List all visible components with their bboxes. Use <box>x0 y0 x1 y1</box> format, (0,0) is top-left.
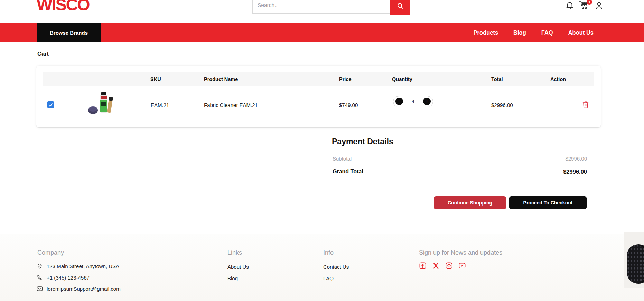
column-header-action: Action <box>550 72 566 86</box>
column-header-name: Product Name <box>204 72 238 86</box>
footer-address-text: 123 Main Street, Anytown, USA <box>47 263 119 269</box>
footer-company-title: Company <box>37 249 64 256</box>
x-icon[interactable] <box>432 262 439 269</box>
item-total: $2996.00 <box>491 102 513 108</box>
trash-icon[interactable] <box>582 101 589 109</box>
footer-links-title: Links <box>227 249 242 256</box>
nav-link-about[interactable]: About Us <box>568 29 594 36</box>
product-image <box>87 91 118 116</box>
footer-link-about[interactable]: About Us <box>227 264 249 270</box>
quantity-stepper: − 4 + <box>393 96 433 107</box>
grand-total-row: Grand Total $2996.00 <box>333 168 587 175</box>
footer-email-text: loremipsumSupport@gmail.com <box>47 286 121 292</box>
page-title: Cart <box>37 51 49 57</box>
item-checkbox[interactable] <box>47 101 54 108</box>
item-price: $749.00 <box>339 102 358 108</box>
cart-count-badge: 1 <box>587 0 592 5</box>
column-header-quantity: Quantity <box>392 72 412 86</box>
continue-shopping-button[interactable]: Continue Shopping <box>434 196 506 209</box>
footer-link-blog[interactable]: Blog <box>227 275 238 281</box>
footer-address: 123 Main Street, Anytown, USA <box>37 263 119 269</box>
footer-link-faq[interactable]: FAQ <box>323 275 334 281</box>
column-header-sku: SKU <box>150 72 161 86</box>
subtotal-value: $2996.00 <box>565 156 587 162</box>
social-icons <box>419 262 466 269</box>
check-icon <box>48 102 53 107</box>
footer-link-contact[interactable]: Contact Us <box>323 264 349 270</box>
subtotal-row: Subtotal $2996.00 <box>333 156 587 162</box>
newsletter-title: Sign up for News and updates <box>419 249 502 256</box>
cart-page: WISCO 1 Browse Brands Products Blog FAQ <box>0 0 644 301</box>
payment-details-title: Payment Details <box>332 137 393 146</box>
footer-phone: +1 (345) 123-4567 <box>37 274 90 281</box>
youtube-icon[interactable] <box>459 262 466 269</box>
subtotal-label: Subtotal <box>333 156 352 162</box>
map-pin-icon <box>37 263 43 269</box>
search-input[interactable] <box>252 0 390 14</box>
bell-icon[interactable] <box>565 1 574 10</box>
grand-total-label: Grand Total <box>333 168 363 175</box>
column-header-total: Total <box>491 72 503 86</box>
item-sku: EAM.21 <box>151 102 169 108</box>
nav-links: Products Blog FAQ About Us <box>474 23 594 42</box>
item-name: Fabric Cleaner EAM.21 <box>204 102 258 108</box>
nav-link-blog[interactable]: Blog <box>513 29 526 36</box>
phone-icon <box>37 274 43 281</box>
brand-logo[interactable]: WISCO <box>37 0 90 13</box>
search-button[interactable] <box>390 0 410 15</box>
footer-phone-text: +1 (345) 123-4567 <box>47 275 90 281</box>
grand-total-value: $2996.00 <box>563 168 587 175</box>
envelope-icon <box>37 286 43 291</box>
tire-suspension-image <box>624 232 644 296</box>
quantity-increase-button[interactable]: + <box>423 98 431 105</box>
footer-info-title: Info <box>323 249 334 256</box>
browse-brands-button[interactable]: Browse Brands <box>37 23 101 42</box>
nav-link-faq[interactable]: FAQ <box>541 29 553 36</box>
footer-email: loremipsumSupport@gmail.com <box>37 286 121 292</box>
facebook-icon[interactable] <box>419 262 426 269</box>
proceed-to-checkout-button[interactable]: Proceed To Checkout <box>509 196 587 209</box>
instagram-icon[interactable] <box>446 262 452 269</box>
column-header-price: Price <box>339 72 351 86</box>
search-icon <box>396 2 404 10</box>
user-icon[interactable] <box>595 1 604 10</box>
nav-link-products[interactable]: Products <box>474 29 498 36</box>
table-header-row <box>43 72 594 86</box>
